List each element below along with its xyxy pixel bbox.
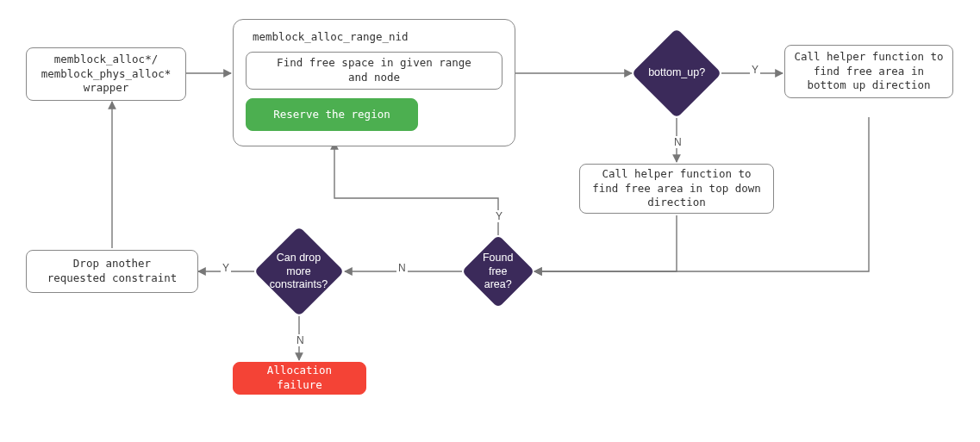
decision-can-drop-constraints-text: Can drop more constraints?	[266, 248, 331, 296]
edge-label-candrop-yes: Y	[221, 262, 231, 274]
container-memblock-alloc-range-nid: memblock_alloc_range_nid Find free space…	[233, 19, 515, 146]
node-helper-bottom-up: Call helper function to find free area i…	[784, 45, 953, 98]
node-allocation-failure: Allocation failure	[233, 362, 366, 395]
edge-label-candrop-no: N	[295, 334, 306, 346]
node-helper-top-down-text: Call helper function to find free area i…	[592, 167, 761, 211]
node-reserve-region: Reserve the region	[246, 98, 418, 131]
decision-found-free-area-text: Found free area?	[472, 248, 524, 296]
node-find-free: Find free space in given range and node	[246, 52, 502, 90]
decision-can-drop-constraints: Can drop more constraints?	[254, 227, 345, 317]
decision-bottom-up: bottom_up?	[632, 28, 722, 119]
node-reserve-region-text: Reserve the region	[273, 108, 390, 122]
node-helper-bottom-up-text: Call helper function to find free area i…	[794, 50, 943, 94]
edge-label-bottomup-no: N	[672, 136, 684, 148]
decision-bottom-up-text: bottom_up?	[645, 63, 708, 84]
edge-label-found-no: N	[396, 262, 408, 274]
node-allocation-failure-text: Allocation failure	[242, 364, 357, 393]
node-wrapper: memblock_alloc*/ memblock_phys_alloc* wr…	[26, 47, 186, 101]
node-helper-top-down: Call helper function to find free area i…	[579, 164, 774, 214]
node-find-free-text: Find free space in given range and node	[277, 56, 471, 85]
node-wrapper-text: memblock_alloc*/ memblock_phys_alloc* wr…	[41, 53, 172, 96]
node-drop-constraint-text: Drop another requested constraint	[47, 257, 178, 286]
container-title: memblock_alloc_range_nid	[253, 30, 502, 43]
node-drop-constraint: Drop another requested constraint	[26, 250, 198, 293]
decision-found-free-area: Found free area?	[462, 235, 535, 308]
edge-label-bottomup-yes: Y	[750, 64, 760, 76]
edge-label-found-yes: Y	[494, 210, 504, 222]
